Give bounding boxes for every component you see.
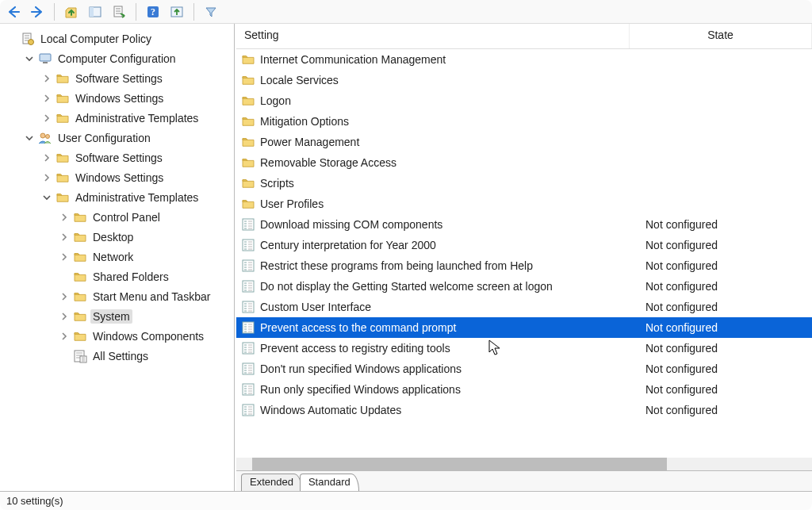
folder-icon (73, 309, 87, 324)
tree-node-label: Control Panel (90, 210, 163, 224)
up-button[interactable] (63, 3, 80, 21)
forward-button[interactable] (29, 3, 46, 21)
chevron-right-icon[interactable] (41, 152, 52, 163)
tree-node[interactable]: Administrative Templates (5, 108, 234, 128)
tree-node[interactable]: Administrative Templates (5, 187, 234, 207)
svg-point-11 (46, 134, 50, 138)
folder-icon (56, 171, 70, 185)
tab-extended[interactable]: Extended (241, 474, 302, 491)
toolbar-separator (136, 3, 136, 21)
row-setting-label: Removable Storage Access (260, 156, 638, 169)
column-header-state[interactable]: State (630, 24, 812, 48)
row-setting-label: Custom User Interface (260, 301, 638, 313)
setting-icon (241, 341, 255, 355)
horizontal-scrollbar[interactable] (236, 458, 812, 470)
row-setting-label: Restrict these programs from being launc… (260, 259, 638, 272)
folder-icon (73, 230, 87, 244)
list-setting-row[interactable]: Prevent access to the command promptNot … (236, 317, 812, 338)
tab-bar: Extended Standard (236, 470, 812, 491)
tree-node-label: User Configuration (56, 131, 153, 145)
list-folder-row[interactable]: Logon (236, 90, 812, 111)
list-setting-row[interactable]: Don't run specified Windows applications… (236, 359, 812, 379)
tree-node[interactable]: System (5, 306, 234, 326)
folder-icon (56, 71, 70, 86)
tree-node-label: Computer Configuration (56, 52, 178, 66)
list-setting-row[interactable]: Custom User InterfaceNot configured (236, 297, 812, 317)
row-state-label: Not configured (642, 383, 812, 396)
chevron-right-icon[interactable] (59, 311, 70, 322)
tree-node[interactable]: Computer Configuration (5, 48, 234, 68)
user-icon (38, 131, 52, 145)
tree-node[interactable]: Windows Components (5, 326, 234, 346)
twisty-spacer (6, 33, 17, 44)
list-folder-row[interactable]: Locale Services (236, 70, 812, 90)
list-setting-row[interactable]: Download missing COM componentsNot confi… (236, 214, 812, 235)
list-setting-row[interactable]: Prevent access to registry editing tools… (236, 338, 812, 359)
tree-node-label: Local Computer Policy (38, 32, 154, 46)
chevron-right-icon[interactable] (41, 113, 52, 124)
chevron-down-icon[interactable] (24, 53, 35, 64)
svg-text:?: ? (151, 6, 155, 17)
chevron-right-icon[interactable] (59, 232, 70, 243)
chevron-right-icon[interactable] (59, 291, 70, 302)
chevron-right-icon[interactable] (41, 172, 52, 183)
list-folder-row[interactable]: Mitigation Options (236, 111, 812, 132)
tree-node[interactable]: Start Menu and Taskbar (5, 286, 234, 306)
show-hide-tree-button[interactable] (86, 3, 104, 21)
folder-icon (241, 176, 255, 190)
tree-node[interactable]: Windows Settings (5, 167, 234, 187)
tree-node-label: Start Menu and Taskbar (90, 290, 213, 304)
row-state-label: Not configured (642, 239, 812, 251)
twisty-spacer (59, 271, 70, 282)
apply-button[interactable] (168, 3, 186, 21)
tree-node[interactable]: Software Settings (5, 68, 234, 88)
chevron-right-icon[interactable] (41, 73, 52, 84)
tree-node[interactable]: Windows Settings (5, 88, 234, 108)
tree-node[interactable]: Desktop (5, 227, 234, 247)
list-setting-row[interactable]: Restrict these programs from being launc… (236, 255, 812, 276)
tree-node[interactable]: Network (5, 247, 234, 267)
setting-icon (241, 300, 255, 314)
twisty-spacer (59, 351, 70, 362)
tree-node-label: Windows Settings (73, 171, 166, 185)
chevron-right-icon[interactable] (41, 93, 52, 104)
folder-icon (56, 91, 70, 105)
chevron-down-icon[interactable] (41, 192, 52, 203)
tree-node-label: System (90, 309, 132, 324)
list-folder-row[interactable]: Power Management (236, 132, 812, 152)
list-body[interactable]: Internet Communication ManagementLocale … (236, 49, 812, 458)
list-setting-row[interactable]: Run only specified Windows applicationsN… (236, 379, 812, 400)
svg-rect-1 (90, 7, 94, 17)
list-setting-row[interactable]: Do not display the Getting Started welco… (236, 276, 812, 297)
tree-node[interactable]: All Settings (5, 346, 234, 366)
toolbar-separator (193, 3, 194, 21)
chevron-right-icon[interactable] (59, 331, 70, 342)
svg-point-7 (29, 39, 34, 44)
tree-node[interactable]: Shared Folders (5, 267, 234, 286)
row-setting-label: Don't run specified Windows applications (260, 362, 638, 375)
list-header: Setting State (236, 24, 812, 49)
tab-standard[interactable]: Standard (300, 474, 359, 491)
folder-icon (241, 155, 255, 170)
setting-icon (241, 320, 255, 335)
list-folder-row[interactable]: Scripts (236, 173, 812, 194)
chevron-down-icon[interactable] (24, 132, 35, 144)
folder-icon (241, 52, 255, 67)
tree-node[interactable]: Software Settings (5, 148, 234, 167)
chevron-right-icon[interactable] (59, 251, 70, 263)
tree-node[interactable]: User Configuration (5, 128, 234, 148)
list-folder-row[interactable]: Removable Storage Access (236, 152, 812, 173)
list-folder-row[interactable]: Internet Communication Management (236, 49, 812, 70)
list-setting-row[interactable]: Windows Automatic UpdatesNot configured (236, 400, 812, 420)
filter-button[interactable] (202, 3, 220, 21)
back-button[interactable] (5, 3, 22, 21)
list-setting-row[interactable]: Century interpretation for Year 2000Not … (236, 235, 812, 255)
chevron-right-icon[interactable] (59, 212, 70, 223)
tree-pane[interactable]: Local Computer PolicyComputer Configurat… (0, 24, 235, 491)
column-header-setting[interactable]: Setting (236, 24, 630, 48)
tree-node[interactable]: Local Computer Policy (5, 29, 234, 48)
export-list-button[interactable] (110, 3, 128, 21)
help-button[interactable]: ? (144, 3, 162, 21)
list-folder-row[interactable]: User Profiles (236, 194, 812, 214)
tree-node[interactable]: Control Panel (5, 207, 234, 227)
